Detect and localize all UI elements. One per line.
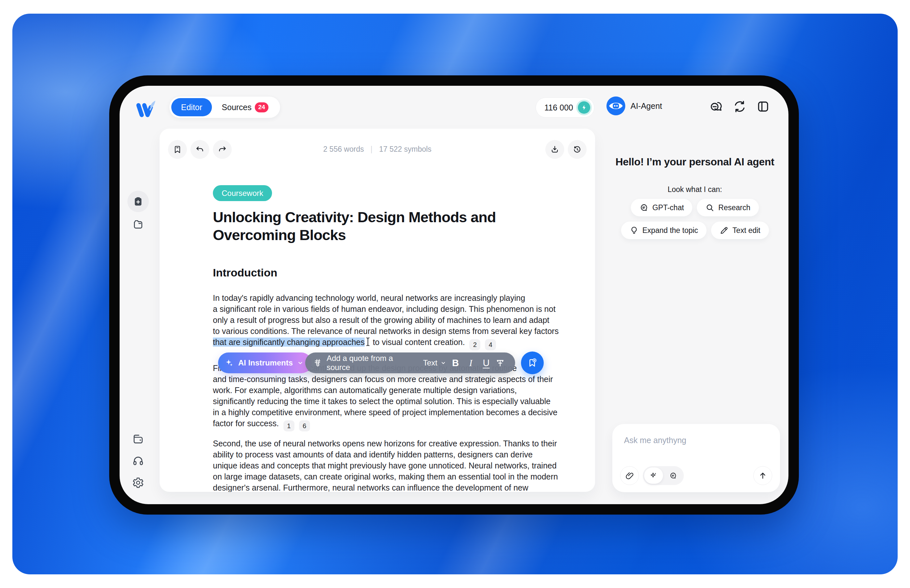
agent-chat-input[interactable]: Ask me anythyng <box>624 436 686 445</box>
download-button[interactable] <box>545 140 564 159</box>
selected-text[interactable]: that are significantly changing approach… <box>213 338 365 347</box>
paragraph-line-with-refs: factor for success.16 <box>213 418 553 431</box>
paragraph-text: factor for success. <box>213 419 279 428</box>
paragraph-line: and time-consuming tasks, designers can … <box>213 373 553 384</box>
paragraph-line: in a highly competitive environment, whe… <box>213 407 553 418</box>
text-edit-label: Text edit <box>732 226 761 235</box>
sidebar-item-files[interactable] <box>128 213 149 235</box>
paragraph-line: Second, the use of neural networks opens… <box>213 438 553 449</box>
document-card: 2 556 words | 17 522 symbols Coursework … <box>160 129 595 492</box>
section-heading: Introduction <box>213 267 277 279</box>
sidebar-item-settings[interactable] <box>128 472 149 493</box>
sidebar-item-wallet[interactable] <box>128 428 149 450</box>
history-button[interactable] <box>568 140 587 159</box>
agent-subtitle: Look what I can: <box>601 185 789 194</box>
token-balance-value: 116 000 <box>545 103 573 112</box>
arrow-up-icon <box>758 471 767 480</box>
bold-button[interactable]: B <box>449 358 462 368</box>
agent-greeting: Hello! I’m your personal AI agent <box>601 156 789 168</box>
source-ref-badge[interactable]: 4 <box>485 339 496 350</box>
app-window: Editor Sources 24 116 000 <box>120 86 789 504</box>
agent-quick-actions: GPT-chat Research <box>601 199 789 239</box>
send-button[interactable] <box>753 466 772 485</box>
paragraph-line: work. For example, algorithms can automa… <box>213 384 553 396</box>
chat-history-icon[interactable] <box>709 99 723 114</box>
text-style-dropdown[interactable]: Text <box>423 358 446 367</box>
screenshot-stage: Editor Sources 24 116 000 <box>0 0 910 588</box>
chat-bubble-icon <box>669 472 677 480</box>
expand-topic-button[interactable]: Expand the topic <box>621 221 706 239</box>
paragraph-line: In today's rapidly advancing technology … <box>213 292 553 304</box>
underline-button[interactable]: U <box>480 358 492 368</box>
paragraph-1[interactable]: In today's rapidly advancing technology … <box>213 292 553 350</box>
paragraph-line-with-selection: that are significantly changing approach… <box>213 336 553 350</box>
chat-mode-option[interactable] <box>664 467 682 484</box>
panel-toggle-icon[interactable] <box>756 99 770 114</box>
tab-editor-label: Editor <box>181 103 202 112</box>
strikethrough-button[interactable] <box>495 358 508 368</box>
lightbulb-icon <box>630 226 638 235</box>
text-edit-button[interactable]: Text edit <box>711 221 769 239</box>
save-to-bookmarks-button[interactable] <box>521 352 544 374</box>
word-count: 2 556 words <box>323 145 364 153</box>
chevron-down-icon <box>297 359 304 367</box>
ai-instruments-button[interactable]: AI Instruments <box>218 352 312 373</box>
paragraph-line: to various conditions. The relevance of … <box>213 326 553 336</box>
tab-editor[interactable]: Editor <box>171 98 212 116</box>
tab-sources-label: Sources <box>221 103 252 112</box>
app-logo <box>134 99 157 120</box>
document-stats: 2 556 words | 17 522 symbols <box>160 145 595 153</box>
device-frame: Editor Sources 24 116 000 <box>109 75 799 515</box>
paperclip-icon <box>625 471 634 480</box>
sidebar-item-documents[interactable] <box>128 191 149 212</box>
gpt-chat-label: GPT-chat <box>652 204 684 212</box>
gpt-chat-button[interactable]: GPT-chat <box>631 199 692 216</box>
agent-chat-input-card: Ask me anythyng <box>612 424 780 492</box>
text-style-value: Text <box>423 358 438 367</box>
paragraph-text: to visual content creation. <box>370 338 465 347</box>
sparkle-icon <box>649 472 658 480</box>
sources-count-badge: 24 <box>255 102 268 112</box>
ai-instruments-label: AI Instruments <box>238 358 293 367</box>
pencil-icon <box>719 226 729 235</box>
paragraph-line: ability to process vast amounts of data … <box>213 449 553 460</box>
paragraph-line: designer's arsenal. Furthermore, neural … <box>213 482 553 492</box>
paragraph-line: only a result of progress but also a res… <box>213 315 553 326</box>
paragraph-line: a significant role in various fields of … <box>213 304 553 315</box>
source-ref-badge[interactable]: 2 <box>469 339 480 350</box>
stats-divider: | <box>370 145 372 153</box>
chat-controls <box>620 466 684 485</box>
add-quote-button[interactable]: Add a quote from a source <box>327 354 409 372</box>
document-title: Unlocking Creativity: Design Methods and… <box>213 208 548 244</box>
header-actions <box>709 99 770 114</box>
paragraph-line: on large image datasets, can create orig… <box>213 471 553 482</box>
token-balance[interactable]: 116 000 <box>536 97 595 118</box>
category-badge[interactable]: Coursework <box>213 185 272 201</box>
text-cursor-icon <box>365 337 370 346</box>
editor-sources-tabs: Editor Sources 24 <box>169 96 280 118</box>
research-button[interactable]: Research <box>697 199 758 216</box>
symbol-count: 17 522 symbols <box>379 145 431 153</box>
sidebar-item-support[interactable] <box>128 450 149 472</box>
selection-format-toolbar: Add a quote from a source Text B I U <box>305 352 515 373</box>
ai-mode-option[interactable] <box>644 467 663 484</box>
source-ref-badge[interactable]: 6 <box>299 420 310 431</box>
tab-sources[interactable]: Sources 24 <box>212 98 278 116</box>
energy-bolt-icon <box>578 101 590 114</box>
expand-topic-label: Expand the topic <box>643 226 698 235</box>
search-icon <box>705 203 714 212</box>
italic-button[interactable]: I <box>464 358 477 368</box>
chevron-down-icon <box>440 360 446 366</box>
attach-file-button[interactable] <box>620 466 639 485</box>
paragraph-line: significantly reducing the time it takes… <box>213 396 553 407</box>
quote-hash-icon <box>313 358 323 368</box>
paragraph-3[interactable]: Second, the use of neural networks opens… <box>213 438 553 492</box>
ai-agent-title: AI-Agent <box>630 101 662 111</box>
source-ref-badge[interactable]: 1 <box>283 420 294 431</box>
research-label: Research <box>718 204 750 212</box>
paragraph-line: unique ideas and concepts that might pre… <box>213 460 553 471</box>
sparkles-icon <box>225 358 234 368</box>
ai-agent-avatar <box>606 97 625 115</box>
chat-bubble-icon <box>639 203 648 212</box>
refresh-icon[interactable] <box>732 99 747 114</box>
